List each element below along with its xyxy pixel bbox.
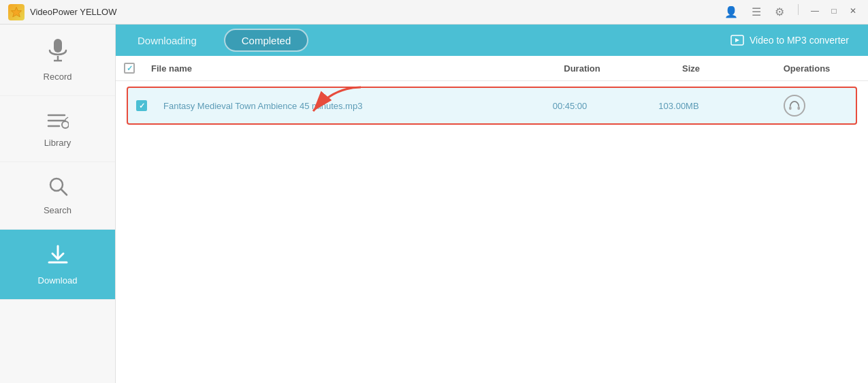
tab-completed[interactable]: Completed [224,29,309,52]
table-area: ✓ File name Duration Size Operations [116,56,868,383]
minimize-button[interactable]: — [808,4,822,18]
row-duration: 00:45:00 [515,94,624,118]
sidebar-item-record[interactable]: Record [0,25,115,96]
library-icon [47,110,69,132]
settings-icon[interactable]: ⚙ [771,4,788,20]
header-size: Size [637,63,745,74]
sidebar-item-library[interactable]: Library [0,96,115,162]
header-filename: File name [143,63,528,74]
sidebar: Record Library S [0,25,116,383]
list-icon[interactable]: ☰ [748,4,765,20]
tab-downloading[interactable]: Downloading [116,25,219,56]
table-header: ✓ File name Duration Size Operations [116,56,868,81]
titlebar: VideoPower YELLOW 👤 ☰ ⚙ — □ ✕ [0,0,868,25]
row-size: 103.00MB [624,94,733,118]
row-checkbox[interactable]: ✓ [136,100,147,111]
tab-bar: Downloading Completed Video to MP3 conve… [116,25,868,56]
svg-line-11 [61,189,67,195]
window-controls: 👤 ☰ ⚙ — □ ✕ [720,4,860,20]
row-operations [733,88,856,123]
sidebar-library-label: Library [44,138,71,148]
header-operations: Operations [745,63,868,74]
app-title: VideoPower YELLOW [30,7,720,17]
converter-button[interactable]: Video to MP3 converter [722,31,857,50]
content-area: Downloading Completed Video to MP3 conve… [116,25,868,383]
svg-point-7 [62,121,69,128]
microphone-icon [48,38,68,66]
app-logo [8,4,25,20]
main-layout: Record Library S [0,25,868,383]
select-all-checkbox[interactable]: ✓ [124,63,135,74]
user-icon[interactable]: 👤 [720,4,742,20]
sidebar-search-label: Search [44,205,71,215]
sidebar-download-label: Download [38,275,78,286]
svg-rect-1 [54,39,62,52]
headphones-button[interactable] [784,95,805,117]
svg-marker-0 [12,7,22,16]
svg-line-9 [65,117,68,119]
sidebar-record-label: Record [44,72,72,82]
close-button[interactable]: ✕ [846,4,860,18]
table-row: ✓ Fantasy Medieval Town Ambience 45 minu… [127,87,857,125]
svg-rect-15 [797,106,800,110]
sidebar-item-search[interactable]: Search [0,162,115,230]
sidebar-item-download[interactable]: Download [0,230,115,300]
row-checkbox-cell: ✓ [128,93,155,118]
svg-rect-14 [789,106,792,110]
header-duration: Duration [528,63,637,74]
download-icon [46,243,69,270]
header-checkbox-cell: ✓ [116,63,143,74]
maximize-button[interactable]: □ [827,4,841,18]
search-icon [48,176,68,200]
